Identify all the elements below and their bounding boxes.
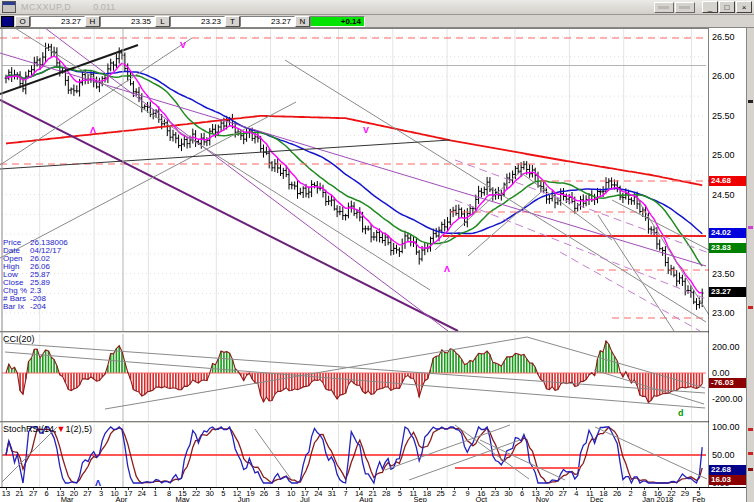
x-axis-day-label: 31 (325, 489, 339, 498)
last-value-box: 23.27 (709, 287, 746, 297)
window-title-value: 0.011 (93, 2, 115, 12)
x-axis-day-label: 30 (203, 489, 217, 498)
quote-field-value: 23.23 (170, 16, 225, 27)
close-button[interactable]: × (736, 1, 752, 13)
info-row: Bar Ix-204 (3, 303, 73, 311)
axis-tick-label: 25.50 (712, 111, 735, 121)
x-axis-month-label: Sep (400, 495, 440, 502)
x-axis-month-label: Oct (461, 495, 501, 502)
axis-tick-label: -200.00 (712, 394, 743, 404)
title-bar: MCXXUP,D 0.011 _ □ × (0, 0, 754, 15)
x-axis-day-label: 3 (271, 489, 285, 498)
x-axis-month-label: May (163, 495, 203, 502)
quote-field-value: 23.27 (240, 16, 295, 27)
toolbar-button-1[interactable] (654, 2, 674, 13)
window-title: MCXXUP,D (21, 2, 71, 12)
last-value-box: -76.03 (709, 378, 746, 388)
last-value-box: 22.68 (709, 465, 746, 475)
toolbar-button-2[interactable] (675, 2, 695, 13)
date-axis: 1321276132027310172418152230512192631017… (0, 488, 746, 502)
pivot-marker: Λ (444, 264, 450, 274)
cci-annotation: d (678, 408, 684, 418)
axis-tick-label: 23.00 (712, 308, 735, 318)
info-label: Bar Ix (3, 303, 30, 311)
quote-field-label: O (15, 16, 30, 27)
x-axis-day-label: 2 (447, 489, 461, 498)
scroll-strip-mark (748, 428, 753, 431)
x-axis-day-label: 2 (624, 489, 638, 498)
axis-tick-label: 0.00 (712, 368, 730, 378)
x-axis-day-label: 27 (26, 489, 40, 498)
minimize-button[interactable]: _ (702, 1, 718, 13)
price-axis: 26.5026.0025.5025.0024.5023.5023.00200.0… (709, 28, 746, 487)
axis-tick-label: 50.00 (712, 450, 735, 460)
axis-tick-label: 200.00 (712, 342, 740, 352)
last-value-box: 16.03 (709, 475, 746, 485)
scroll-strip-mark (748, 100, 753, 103)
x-axis-month-label: Dec (577, 495, 617, 502)
last-value-box: 23.83 (709, 243, 746, 253)
axis-tick-label: 23.50 (712, 269, 735, 279)
pivot-marker: V (180, 40, 186, 50)
scroll-strip-mark (748, 306, 753, 309)
quote-field-label: H (85, 16, 100, 27)
scroll-strip-mark (748, 468, 753, 471)
axis-tick-label: 25.00 (712, 150, 735, 160)
quote-symbol-chip (1, 16, 14, 27)
axis-tick-label: 24.50 (712, 190, 735, 200)
right-edge-strip[interactable] (746, 28, 754, 502)
cci-label: CCI(20) (3, 334, 35, 344)
stochrsi-label-suffix: 1(2),5) (65, 424, 92, 434)
last-value-box: 24.02 (709, 228, 746, 238)
quote-net-change-value: +0.14 (310, 16, 365, 27)
maximize-button[interactable]: □ (719, 1, 735, 13)
x-axis-month-label: Nov (522, 495, 562, 502)
quote-field-label: N (295, 16, 310, 27)
pivot-marker: Λ (90, 125, 96, 135)
x-axis-month-label: Apr (101, 495, 141, 502)
axis-tick-label: 26.00 (712, 71, 735, 81)
x-axis-day-label: 30 (502, 489, 516, 498)
window-controls: _ □ × (701, 1, 752, 13)
x-axis-day-label: 21 (13, 489, 27, 498)
x-axis-month-label: Jun (224, 495, 264, 502)
chart-area: VΛVΛdΛ 26.5026.0025.5025.0024.5023.5023.… (0, 28, 754, 502)
chart-window: MCXXUP,D 0.011 _ □ × O23.27H23.35L23.23T… (0, 0, 754, 502)
last-value-box: 24.68 (709, 176, 746, 186)
quote-bar: O23.27H23.35L23.23T23.27N+0.14 (0, 15, 754, 28)
x-axis-month-label: Feb (679, 495, 719, 502)
price-info-panel: Price26.138006Date04/12/17Open26.02High2… (3, 239, 73, 311)
axis-tick-label: 100.00 (712, 422, 740, 432)
pivot-marker: V (363, 125, 369, 135)
quote-field-value: 23.27 (30, 16, 85, 27)
quote-field-value: 23.35 (100, 16, 155, 27)
x-axis-month-label: Mar (47, 495, 87, 502)
quote-field-label: L (155, 16, 170, 27)
scroll-strip-mark (748, 452, 753, 455)
x-axis-month-label: Jan 2018 (638, 495, 678, 502)
x-axis-day-label: 1 (148, 489, 162, 498)
axis-tick-label: 26.50 (712, 32, 735, 42)
scroll-strip-mark (748, 226, 753, 229)
stoch-marker: Λ (95, 478, 101, 488)
info-value: -204 (30, 303, 46, 311)
x-axis-day-label: 13 (0, 489, 13, 498)
stochrsi-label-prefix: StochRSI(14, (3, 424, 57, 434)
x-axis-month-label: Aug (346, 495, 386, 502)
stochrsi-label: StochRSI(14,▼1(2),5) (3, 424, 92, 434)
chart-canvas[interactable]: VΛVΛdΛ (0, 28, 746, 488)
chart-app-icon[interactable] (2, 1, 16, 13)
quote-field-label: T (225, 16, 240, 27)
x-axis-month-label: Jul (285, 495, 325, 502)
